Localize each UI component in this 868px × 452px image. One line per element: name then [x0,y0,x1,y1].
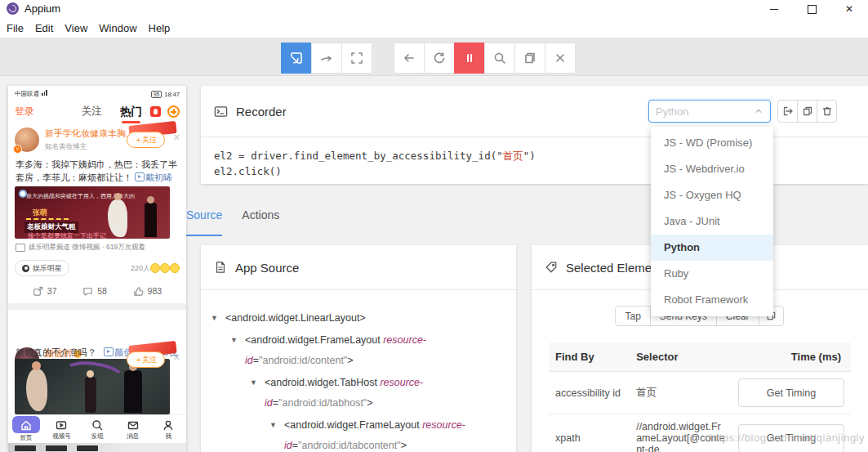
tree-node[interactable]: ▼<android.widget.FrameLayout resource-id… [201,415,505,452]
copy-source-button[interactable] [514,43,545,74]
nav-item-discover[interactable]: 发现 [79,415,115,443]
menu-view[interactable]: View [65,22,96,34]
nav-bar-segment [15,445,36,451]
language-option[interactable]: Ruby [651,261,773,287]
show-boilerplate-button[interactable] [777,100,798,123]
tree-node-label: <android.widget.LinearLayout> [225,308,366,329]
channels-icon [55,418,68,432]
find-by-cell: accessibility id [549,372,630,414]
caret-down-icon[interactable]: ▼ [211,308,225,329]
pause-icon [462,51,477,65]
pause-recording-button[interactable] [454,43,485,74]
home-icon [20,418,33,432]
copy-code-button[interactable] [797,100,817,123]
caret-down-icon[interactable]: ▼ [250,373,265,414]
selector-cell: //android.widget.FrameLayout[@content-de [630,414,732,452]
language-option[interactable]: Python [651,235,773,261]
bride-figure [26,369,47,411]
nav-item-messages[interactable]: 消息 [115,415,151,443]
language-option[interactable]: JS - Webdriver.io [651,156,773,182]
messages-icon [127,418,140,432]
search-elements-button[interactable] [484,43,515,74]
table-row: xpath//android.widget.FrameLayout[@conte… [549,414,851,452]
emoji-face-icon [170,263,180,273]
time-cell: Get Timing [732,414,851,452]
swipe-icon [319,51,334,65]
language-option[interactable]: JS - WD (Promise) [651,130,773,156]
close-window-button[interactable]: ✕ [830,0,868,18]
channel-icon [16,244,25,252]
swipe-by-coordinates-button[interactable] [311,43,342,74]
hot-search-icon[interactable] [150,106,161,117]
maximize-icon [808,5,817,14]
col-find-by: Find By [549,342,630,372]
nav-item-home[interactable]: 首页 [8,415,44,443]
video-overlay-caption2: 接个笔都要炫富一下出手记 [28,231,106,239]
tree-node-label: <android.widget.TabHost resource-id="and… [265,373,505,414]
language-option[interactable]: JS - Oxygen HQ [651,182,773,208]
phone-bottom-nav: 首页视频号发现消息我 [8,414,186,443]
inspector-toolbar [0,38,868,76]
caret-down-icon[interactable]: ▼ [230,330,245,371]
channel-pill[interactable]: 娱乐明星 [15,260,69,276]
language-option[interactable]: Robot Framework [651,287,773,313]
app-source-title: App Source [235,261,299,275]
bride-figure [108,199,127,237]
selector-cell: 首页 [630,372,732,414]
window-title: Appium [24,2,60,15]
dismiss-post-icon[interactable]: ✕ [173,132,180,143]
menu-file[interactable]: File [7,22,33,34]
refresh-icon [432,51,447,65]
follow-button[interactable]: ＋关注 [127,351,165,368]
tree-node[interactable]: ▼<android.widget.FrameLayout resource-id… [201,330,505,371]
comment-stat[interactable]: 58 [82,286,107,297]
language-option[interactable]: Java - JUnit [651,208,773,235]
login-tab[interactable]: 登录 [15,105,34,119]
emoji-face-icon [160,263,170,273]
repost-stat[interactable]: 37 [33,286,57,297]
device-screenshot[interactable]: 中国联通 9518:47 登录 关注 热门 V 新手学化妆健康丰胸...♛ 知名… [8,86,186,452]
post1-video-thumbnail[interactable]: 最大的挑战和突破在于用人，西用人最大的 张萌 老板娘财大气粗 接个笔都要炫富一下… [15,186,170,239]
nav-label: 发现 [91,432,103,441]
back-button[interactable] [394,43,425,74]
maximize-button[interactable] [793,0,830,18]
refresh-button[interactable] [424,43,455,74]
recorder-terminal-icon [214,105,228,119]
like-stat[interactable]: 983 [133,286,162,297]
nav-item-channels[interactable]: 视频号 [44,415,80,443]
time-cell: Get Timing [732,372,851,414]
tab-source[interactable]: Source [186,208,222,236]
clear-recording-button[interactable] [817,100,837,123]
copy-icon [523,51,537,65]
nav-item-me[interactable]: 我 [150,415,186,443]
caret-down-icon[interactable]: ▼ [269,415,284,452]
language-select[interactable]: Python [648,100,771,123]
follow-button[interactable]: ＋关注 [127,132,165,148]
selector-table: Find By Selector Time (ms) accessibility… [549,342,851,452]
appium-logo-icon [7,2,19,15]
quit-session-button[interactable] [545,43,576,74]
menu-window[interactable]: Window [99,22,145,34]
comment-icon [82,286,93,297]
tag-icon [545,261,558,274]
tap-element-button[interactable]: Tap [615,306,650,326]
nav-bar-segment [46,445,67,451]
tab-actions[interactable]: Actions [242,208,279,236]
menu-edit[interactable]: Edit [35,22,62,34]
avatar[interactable]: V [15,128,39,152]
tap-by-coordinates-button[interactable] [341,43,372,74]
follow-tab[interactable]: 关注 [82,105,102,119]
menu-help[interactable]: Help [149,22,180,34]
get-timing-button[interactable]: Get Timing [738,424,844,452]
hot-tab[interactable]: 热门 [120,105,142,119]
minimize-button[interactable] [755,0,793,18]
tree-node[interactable]: ▼<android.widget.TabHost resource-id="an… [201,373,505,414]
add-icon[interactable] [167,105,180,118]
carrier-label: 中国联通 [15,90,39,97]
groom-figure [145,203,157,237]
nav-label: 视频号 [52,432,71,441]
verified-badge: V [13,145,22,154]
get-timing-button[interactable]: Get Timing [738,378,844,407]
select-elements-button[interactable] [281,43,312,74]
tree-node[interactable]: ▼<android.widget.LinearLayout> [201,308,505,329]
